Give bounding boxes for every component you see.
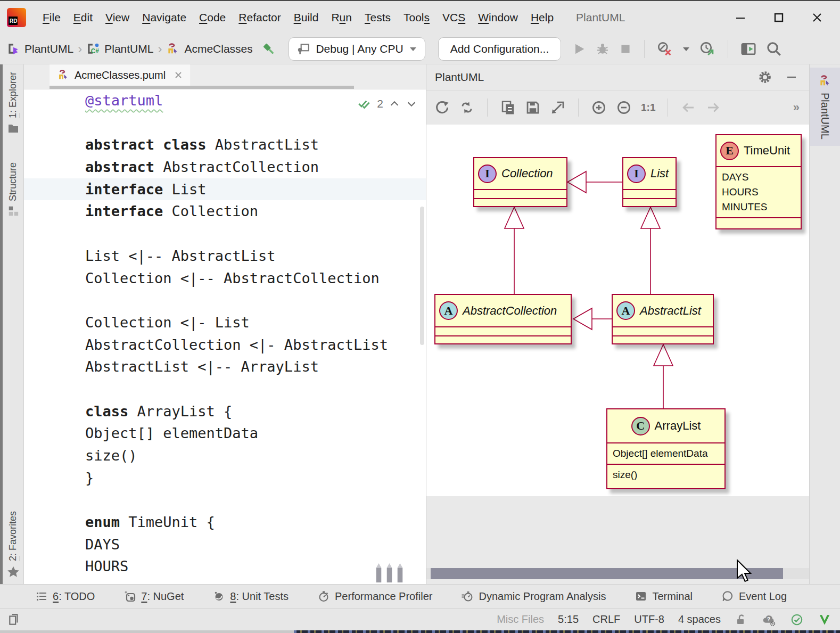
svg-text:C#: C#: [91, 47, 100, 55]
copy-diagram-icon[interactable]: [500, 100, 516, 116]
toolbar-overflow-button[interactable]: »: [793, 101, 809, 114]
code-line[interactable]: List <|-- AbstractList: [24, 245, 426, 267]
save-diagram-icon[interactable]: [525, 100, 541, 116]
profiler-dropdown-icon[interactable]: [682, 45, 690, 53]
breadcrumb-project[interactable]: C# PlantUML: [86, 42, 153, 56]
inspections-ok-icon: [358, 97, 372, 111]
code-line[interactable]: [24, 378, 426, 400]
menu-help[interactable]: Help: [524, 11, 560, 24]
coverage-icon[interactable]: [699, 40, 716, 57]
profiler-disabled-icon[interactable]: [656, 40, 673, 57]
code-line[interactable]: AbstractCollection <|- AbstractList: [24, 334, 426, 356]
statusbar: Misc Files 5:15 CRLF UTF-8 4 spaces ?: [0, 608, 840, 630]
code-line[interactable]: [24, 223, 426, 245]
menu-tests[interactable]: Tests: [358, 11, 397, 24]
code-line[interactable]: Object[] elementData: [24, 422, 426, 445]
run-configuration-select[interactable]: Debug | Any CPU: [289, 37, 425, 61]
build-hammer-icon[interactable]: [261, 41, 277, 57]
code-line[interactable]: HOURS: [24, 555, 426, 578]
code-line[interactable]: enum TimeUnit {: [24, 511, 426, 533]
hide-panel-icon[interactable]: [786, 71, 797, 83]
status-context[interactable]: Misc Files: [497, 613, 544, 626]
toolwindow-todo[interactable]: 6: TODO: [35, 590, 95, 603]
toolwindow-toggle-icon[interactable]: [7, 613, 21, 627]
code-line[interactable]: [24, 112, 426, 134]
preview-hscrollbar-thumb[interactable]: [431, 568, 783, 579]
status-encoding[interactable]: UTF-8: [634, 613, 664, 626]
toolwindow-terminal[interactable]: Terminal: [635, 590, 693, 603]
dpa-status-icon[interactable]: ?: [761, 612, 776, 627]
code-line[interactable]: size(): [24, 445, 426, 467]
editor-scrollbar[interactable]: [420, 207, 424, 345]
refresh-icon[interactable]: [434, 100, 450, 116]
menu-file[interactable]: File: [36, 11, 67, 24]
code-line[interactable]: class ArrayList {: [24, 400, 426, 423]
code-line[interactable]: abstract AbstractCollection: [24, 156, 426, 178]
toolwindow-plantuml[interactable]: PlantUML: [810, 68, 840, 146]
code-line[interactable]: interface Collection: [24, 200, 426, 223]
inspections-status-icon[interactable]: [790, 613, 804, 627]
forward-icon[interactable]: [705, 100, 721, 116]
menu-tools[interactable]: Tools: [397, 11, 436, 24]
uml-enum-timeunit: E TimeUnit DAYS HOURS MINUTES: [715, 134, 802, 229]
prev-problem-icon[interactable]: [389, 98, 400, 110]
reload-all-icon[interactable]: [459, 100, 475, 116]
export-diagram-icon[interactable]: [550, 100, 566, 116]
menu-refactor[interactable]: Refactor: [232, 11, 287, 24]
run-icon[interactable]: [572, 42, 587, 56]
menu-build[interactable]: Build: [287, 11, 325, 24]
toolwindow-structure[interactable]: Structure: [7, 162, 19, 217]
menu-navigate[interactable]: Navigate: [136, 11, 193, 24]
back-icon[interactable]: [680, 100, 696, 116]
code-line[interactable]: Collection <|- List: [24, 311, 426, 334]
menu-run[interactable]: Run: [325, 11, 358, 24]
status-indent[interactable]: 4 spaces: [678, 613, 721, 626]
breadcrumb-file[interactable]: AcmeClasses: [166, 42, 252, 56]
zoom-in-icon[interactable]: [591, 100, 607, 116]
toolwindow-nuget[interactable]: 7: NuGet: [123, 590, 184, 603]
toolwindow-event-log[interactable]: Event Log: [721, 590, 787, 603]
toolwindow-favorites[interactable]: 2: Favorites: [6, 511, 20, 579]
run-anything-icon[interactable]: [740, 40, 757, 57]
menu-code[interactable]: Code: [193, 11, 232, 24]
breadcrumb-solution[interactable]: PlantUML: [6, 42, 73, 56]
menu-edit[interactable]: Edit: [67, 11, 99, 24]
toolwindow-dynamic-program-analysis[interactable]: Dynamic Program Analysis: [461, 590, 606, 603]
stop-icon[interactable]: [619, 42, 632, 56]
toolwindow-explorer[interactable]: 1: Explorer: [7, 72, 20, 135]
actual-size-button[interactable]: 1:1: [641, 102, 655, 113]
gear-icon[interactable]: [758, 70, 772, 84]
code-line[interactable]: }: [24, 467, 426, 489]
v-shield-icon[interactable]: [818, 613, 831, 627]
code-line[interactable]: abstract class AbstractList: [24, 134, 426, 156]
code-line[interactable]: DAYS: [24, 533, 426, 556]
menu-vcs[interactable]: VCS: [436, 11, 472, 24]
status-line-ending[interactable]: CRLF: [592, 613, 620, 626]
menu-view[interactable]: View: [99, 11, 136, 24]
code-line[interactable]: [24, 289, 426, 311]
tab-close-icon[interactable]: [174, 70, 183, 80]
minimize-button[interactable]: [728, 7, 753, 28]
code-line[interactable]: [24, 489, 426, 511]
code-editor[interactable]: @startuml abstract class AbstractList ab…: [24, 89, 426, 584]
toolwindow-unit-tests[interactable]: 8: Unit Tests: [212, 590, 289, 603]
debug-icon[interactable]: [595, 42, 610, 56]
code-line-current[interactable]: interface List: [24, 178, 426, 201]
close-button[interactable]: [805, 7, 829, 28]
code-line[interactable]: AbstractList <|-- ArrayList: [24, 356, 426, 378]
zoom-out-icon[interactable]: [616, 100, 632, 116]
next-problem-icon[interactable]: [406, 98, 417, 110]
plantuml-preview-panel: PlantUML: [426, 64, 809, 584]
toolwindow-performance-profiler[interactable]: Performance Profiler: [317, 590, 432, 603]
search-everywhere-icon[interactable]: [765, 40, 783, 57]
status-caret-position[interactable]: 5:15: [558, 613, 579, 626]
maximize-button[interactable]: [767, 7, 791, 28]
code-line[interactable]: Collection <|-- AbstractCollection: [24, 267, 426, 290]
uml-class-arraylist: C ArrayList Object[] elementData size(): [606, 408, 726, 489]
inspections-widget[interactable]: 2: [358, 97, 417, 111]
todo-list-icon: [35, 590, 48, 603]
editor-tab-acmeclasses[interactable]: AcmeClasses.puml: [50, 64, 191, 86]
unlock-icon[interactable]: [735, 613, 747, 626]
menu-window[interactable]: Window: [472, 11, 524, 24]
add-configuration-button[interactable]: Add Configuration...: [438, 37, 562, 61]
